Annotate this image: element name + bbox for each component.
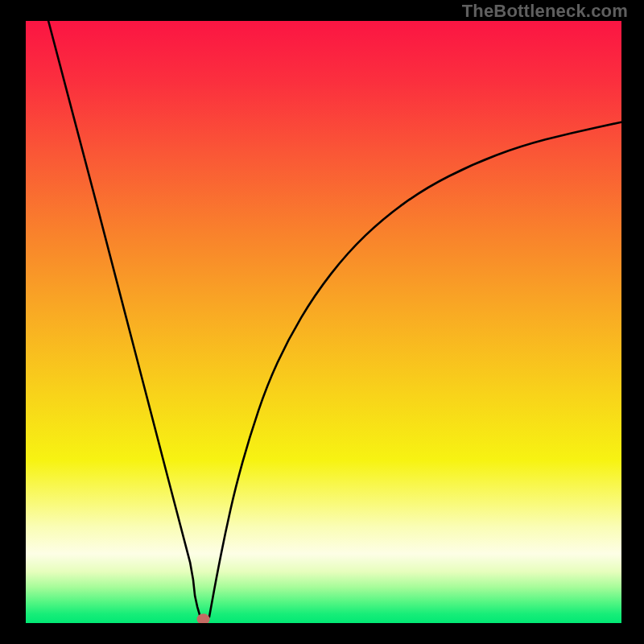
app-frame: TheBottleneck.com	[0, 0, 644, 644]
plot-area	[26, 21, 621, 623]
svg-point-1	[197, 613, 210, 623]
watermark-text: TheBottleneck.com	[462, 1, 628, 22]
min-marker	[26, 21, 621, 623]
